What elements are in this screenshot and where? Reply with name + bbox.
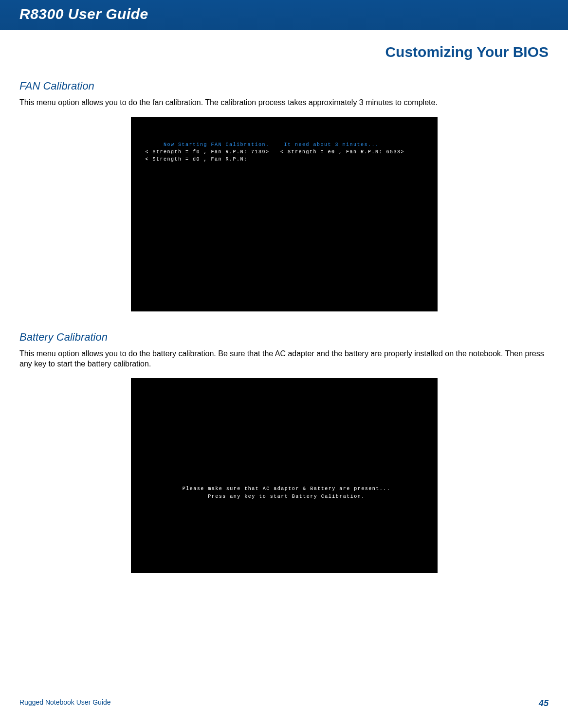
terminal-battery: Please make sure that AC adaptor & Batte…: [131, 378, 438, 573]
section-heading-fan: FAN Calibration: [19, 80, 549, 92]
terminal-text: < Strength = f0 , Fan R.P.N: 7139>: [146, 149, 270, 155]
terminal-battery-line2: Press any key to start Battery Calibrati…: [146, 493, 428, 501]
page-footer: Rugged Notebook User Guide 45: [0, 698, 568, 709]
footer-left: Rugged Notebook User Guide: [19, 698, 111, 709]
section-fan-calibration: FAN Calibration This menu option allows …: [19, 80, 549, 311]
terminal-fan-line3: < Strength = d0 , Fan R.P.N:: [146, 156, 428, 163]
terminal-fan-line1: Now Starting FAN Calibration. It need ab…: [146, 141, 428, 148]
body-text-fan: This menu option allows you to do the fa…: [19, 97, 549, 108]
terminal-text: Now Starting FAN Calibration.: [164, 142, 270, 147]
terminal-text: It need about 3 minutes...: [284, 142, 379, 147]
terminal-fan-line2: < Strength = f0 , Fan R.P.N: 7139> < Str…: [146, 148, 428, 156]
terminal-text: < Strength = d0 , Fan R.P.N:: [146, 157, 248, 162]
section-heading-battery: Battery Calibration: [19, 331, 549, 344]
body-text-battery: This menu option allows you to do the ba…: [19, 348, 549, 369]
header-banner: R8300 User Guide: [0, 0, 568, 30]
guide-title: R8300 User Guide: [0, 0, 568, 22]
page-content: FAN Calibration This menu option allows …: [0, 60, 568, 573]
terminal-battery-line1: Please make sure that AC adaptor & Batte…: [146, 485, 428, 493]
terminal-text: < Strength = e0 , Fan R.P.N: 6533>: [280, 149, 404, 155]
footer-page-number: 45: [539, 698, 549, 709]
terminal-fan: Now Starting FAN Calibration. It need ab…: [131, 117, 438, 311]
chapter-title: Customizing Your BIOS: [0, 30, 568, 60]
section-battery-calibration: Battery Calibration This menu option all…: [19, 331, 549, 573]
